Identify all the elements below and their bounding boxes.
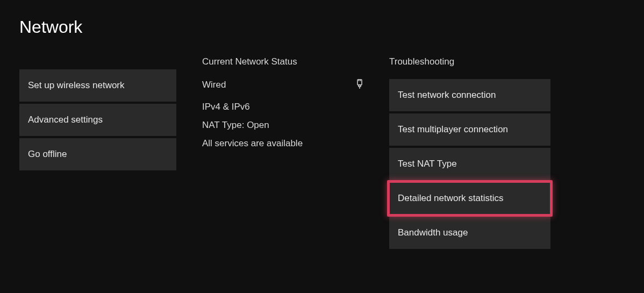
svg-rect-1 bbox=[359, 85, 361, 87]
troubleshooting-header: Troubleshooting bbox=[389, 56, 550, 67]
setup-wireless-button[interactable]: Set up wireless network bbox=[19, 69, 176, 102]
troubleshooting-list: Test network connection Test multiplayer… bbox=[389, 79, 550, 249]
troubleshooting-section: Troubleshooting Test network connection … bbox=[389, 56, 550, 249]
status-nat-line: NAT Type: Open bbox=[202, 120, 363, 131]
connection-type-row: Wired bbox=[202, 79, 363, 91]
network-status-section: Current Network Status Wired IPv4 & IPv6… bbox=[202, 56, 363, 249]
test-network-connection-button[interactable]: Test network connection bbox=[389, 79, 550, 111]
go-offline-button[interactable]: Go offline bbox=[19, 138, 176, 170]
test-multiplayer-connection-button[interactable]: Test multiplayer connection bbox=[389, 113, 550, 146]
status-header: Current Network Status bbox=[202, 56, 363, 67]
left-menu: Set up wireless network Advanced setting… bbox=[19, 69, 176, 249]
detailed-network-statistics-button[interactable]: Detailed network statistics bbox=[389, 182, 550, 215]
status-services-line: All services are available bbox=[202, 138, 363, 149]
columns-container: Set up wireless network Advanced setting… bbox=[0, 37, 644, 249]
connection-type-label: Wired bbox=[202, 80, 226, 90]
page-title: Network bbox=[0, 0, 644, 37]
bandwidth-usage-button[interactable]: Bandwidth usage bbox=[389, 217, 550, 249]
test-nat-type-button[interactable]: Test NAT Type bbox=[389, 148, 550, 180]
wired-plug-icon bbox=[356, 79, 363, 91]
advanced-settings-button[interactable]: Advanced settings bbox=[19, 104, 176, 136]
status-ip-line: IPv4 & IPv6 bbox=[202, 102, 363, 112]
svg-rect-0 bbox=[357, 80, 362, 85]
